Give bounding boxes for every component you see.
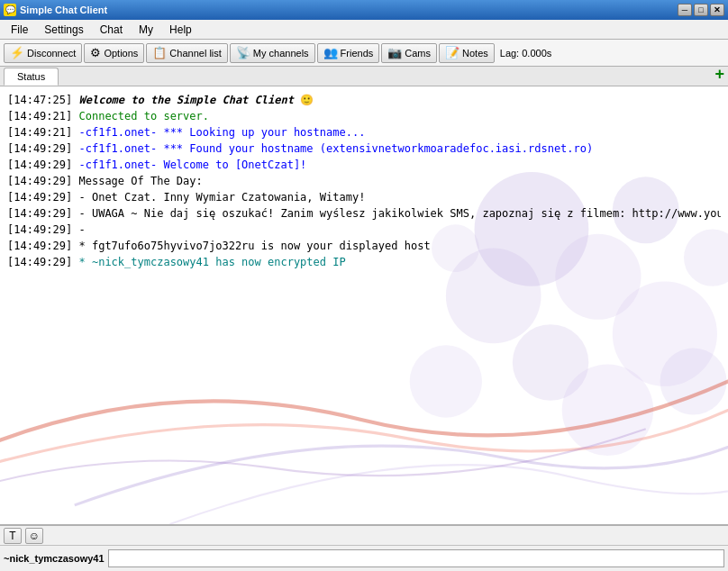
app-icon: 💬 — [4, 4, 16, 16]
chat-line: [14:49:29] * fgt7ufo6o75hyvivo7jo322ru i… — [7, 238, 721, 254]
my-channels-button[interactable]: 📡 My channels — [230, 43, 315, 63]
bottom-bar: T ☺ ~nick_tymczasowy41 — [0, 524, 728, 571]
friends-icon: 👥 — [323, 46, 338, 59]
text-format-button[interactable]: T — [4, 528, 22, 544]
title-bar: 💬 Simple Chat Client ─ □ ✕ — [0, 0, 728, 20]
cams-icon: 📷 — [387, 46, 402, 59]
chat-input[interactable] — [108, 549, 724, 567]
emoji-button[interactable]: ☺ — [25, 528, 43, 544]
svg-point-5 — [513, 324, 589, 401]
emoji-icon: ☺ — [29, 530, 40, 542]
svg-point-8 — [562, 365, 653, 456]
channel-list-icon: 📋 — [152, 46, 167, 59]
options-label: Options — [104, 48, 138, 59]
menu-chat[interactable]: Chat — [93, 22, 130, 38]
lag-display: Lag: 0.000s — [500, 48, 552, 59]
menu-my[interactable]: My — [132, 22, 160, 38]
notes-icon: 📝 — [445, 46, 460, 59]
chat-line: [14:47:25] Welcome to the Simple Chat Cl… — [7, 92, 721, 108]
my-channels-icon: 📡 — [236, 46, 250, 59]
my-channels-label: My channels — [253, 48, 309, 59]
chat-line: [14:49:29] -cf1f1.onet- Welcome to [Onet… — [7, 157, 721, 173]
chat-line: [14:49:29] * ~nick_tymczasowy41 has now … — [7, 254, 721, 270]
chat-line: [14:49:29] - UWAGA ~ Nie daj się oszukać… — [7, 205, 721, 222]
menu-bar: File Settings Chat My Help — [0, 20, 728, 40]
svg-point-9 — [660, 349, 727, 415]
disconnect-label: Disconnect — [27, 48, 76, 59]
text-format-icon: T — [9, 530, 15, 542]
restore-button[interactable]: □ — [694, 4, 708, 16]
input-row: ~nick_tymczasowy41 — [0, 546, 728, 571]
friends-label: Friends — [341, 48, 374, 59]
chat-log: [14:47:25] Welcome to the Simple Chat Cl… — [0, 86, 728, 276]
disconnect-button[interactable]: ⚡ Disconnect — [4, 43, 82, 63]
minimize-button[interactable]: ─ — [678, 4, 692, 16]
chat-line: [14:49:29] - — [7, 222, 721, 238]
chat-line: [14:49:21] -cf1f1.onet- *** Looking up y… — [7, 124, 721, 140]
menu-file[interactable]: File — [4, 22, 35, 38]
tab-bar: Status + — [0, 67, 728, 86]
tab-status[interactable]: Status — [4, 68, 59, 86]
close-button[interactable]: ✕ — [710, 4, 724, 16]
options-icon: ⚙ — [90, 46, 101, 59]
disconnect-icon: ⚡ — [10, 46, 24, 59]
add-tab-button[interactable]: + — [714, 65, 724, 84]
chat-area: [14:47:25] Welcome to the Simple Chat Cl… — [0, 86, 728, 524]
cams-label: Cams — [405, 48, 431, 59]
svg-point-4 — [613, 282, 717, 386]
cams-button[interactable]: 📷 Cams — [381, 43, 437, 63]
options-button[interactable]: ⚙ Options — [84, 43, 144, 63]
chat-line: [14:49:29] Message Of The Day: — [7, 173, 721, 189]
chat-line: [14:49:29] -cf1f1.onet- *** Found your h… — [7, 140, 721, 157]
chat-line: [14:49:21] Connected to server. — [7, 108, 721, 124]
title-buttons: ─ □ ✕ — [678, 4, 724, 16]
chat-line: [14:49:29] - Onet Czat. Inny Wymiar Czat… — [7, 189, 721, 205]
notes-label: Notes — [462, 48, 488, 59]
menu-settings[interactable]: Settings — [37, 22, 90, 38]
tab-status-label: Status — [17, 71, 45, 82]
toolbar: ⚡ Disconnect ⚙ Options 📋 Channel list 📡 … — [0, 40, 728, 67]
nick-label: ~nick_tymczasowy41 — [4, 553, 105, 564]
bottom-toolbar: T ☺ — [0, 526, 728, 546]
menu-help[interactable]: Help — [162, 22, 199, 38]
friends-button[interactable]: 👥 Friends — [317, 43, 380, 63]
window-title: Simple Chat Client — [20, 5, 107, 15]
svg-point-10 — [410, 345, 482, 417]
title-left: 💬 Simple Chat Client — [4, 4, 107, 16]
channel-list-button[interactable]: 📋 Channel list — [146, 43, 227, 63]
notes-button[interactable]: 📝 Notes — [439, 43, 495, 63]
channel-list-label: Channel list — [169, 48, 221, 59]
